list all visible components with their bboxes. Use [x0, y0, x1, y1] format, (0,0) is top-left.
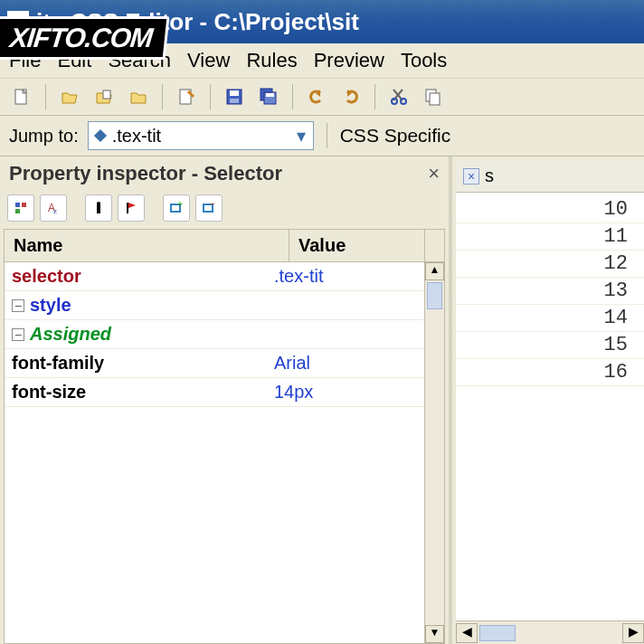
panel-header: Property inspector - Selector × — [0, 156, 449, 191]
open-file-button[interactable] — [55, 82, 84, 111]
menu-preview[interactable]: Preview — [314, 49, 384, 72]
col-scroll-header — [424, 230, 444, 261]
menu-view[interactable]: View — [187, 49, 230, 72]
scroll-down-button[interactable]: ▼ — [425, 625, 444, 643]
insp-tool-3[interactable] — [85, 194, 112, 222]
new-file-button[interactable] — [7, 82, 36, 111]
vscrollbar[interactable]: ▲ ▼ — [424, 262, 444, 643]
alphabetic-icon: Az — [46, 201, 61, 215]
collapse-icon[interactable]: − — [12, 328, 24, 341]
cut-button[interactable] — [384, 82, 413, 111]
prop-font-family-value[interactable]: Arial — [270, 353, 424, 374]
undo-icon — [308, 88, 326, 106]
copy-button[interactable] — [419, 82, 448, 111]
table-row[interactable]: font-size 14px — [5, 378, 424, 407]
menu-tools[interactable]: Tools — [401, 49, 447, 72]
open-folder-button[interactable] — [124, 82, 153, 111]
watermark: XIFTO.COM — [0, 16, 170, 60]
svg-text:+: + — [177, 201, 183, 209]
new-file-icon — [13, 88, 31, 106]
code-tab[interactable]: × s — [456, 160, 644, 193]
svg-point-19 — [401, 99, 406, 104]
save-button[interactable] — [220, 82, 249, 111]
menu-rules[interactable]: Rules — [246, 49, 297, 72]
remove-rule-icon: − — [202, 201, 216, 215]
toolbar-separator — [374, 84, 375, 109]
svg-point-28 — [97, 202, 100, 205]
open-project-button[interactable] — [90, 82, 118, 111]
edit-doc-button[interactable] — [172, 82, 201, 111]
main-area: Property inspector - Selector × Az + − N… — [0, 156, 644, 644]
main-toolbar — [0, 79, 644, 116]
scroll-up-button[interactable]: ▲ — [425, 262, 444, 280]
property-table: Name Value selector .tex-tit −style — [4, 229, 445, 644]
col-name[interactable]: Name — [5, 230, 289, 261]
scroll-left-button[interactable]: ◀ — [456, 623, 478, 643]
tab-close-icon[interactable]: × — [463, 168, 479, 185]
folder-doc-icon — [95, 88, 113, 106]
insp-tool-5[interactable]: + — [163, 194, 190, 222]
add-rule-icon: + — [169, 201, 184, 215]
prop-selector-value[interactable]: .tex-tit — [270, 266, 424, 287]
toolbar-separator — [162, 84, 163, 109]
svg-marker-5 — [131, 93, 146, 103]
toolbar-separator — [45, 84, 46, 109]
jump-selector-dropdown[interactable]: .tex-tit ▾ — [88, 121, 314, 150]
insp-tool-2[interactable]: Az — [40, 194, 67, 222]
svg-rect-22 — [15, 203, 20, 207]
svg-rect-9 — [230, 90, 239, 96]
line-gutter: 10 11 12 13 14 15 16 — [456, 193, 644, 620]
hscrollbar[interactable]: ◀ ▶ — [456, 620, 644, 644]
categorize-icon — [14, 201, 28, 215]
svg-point-18 — [392, 99, 397, 104]
line-number: 11 — [456, 223, 644, 251]
table-header: Name Value — [5, 230, 444, 262]
svg-text:−: − — [210, 201, 215, 209]
app-window: XIFTO.COM ite CSS Editor - C:\Project\si… — [0, 0, 644, 644]
svg-rect-29 — [127, 203, 128, 213]
prop-selector-label: selector — [12, 266, 81, 287]
chevron-down-icon: ▾ — [297, 125, 306, 147]
insp-tool-6[interactable]: − — [195, 194, 223, 222]
redo-button[interactable] — [336, 82, 365, 111]
prop-assigned-label: Assigned — [30, 324, 111, 345]
collapse-icon[interactable]: − — [12, 299, 24, 312]
svg-rect-21 — [430, 93, 440, 105]
save-all-button[interactable] — [254, 82, 283, 111]
scroll-right-button[interactable]: ▶ — [622, 623, 644, 643]
line-number: 14 — [456, 305, 644, 332]
svg-marker-30 — [128, 203, 136, 208]
svg-rect-10 — [230, 99, 239, 103]
css-spec-label[interactable]: CSS Specific — [340, 125, 451, 147]
panel-title: Property inspector - Selector — [9, 162, 282, 185]
selector-icon — [94, 129, 107, 142]
jump-value: .tex-tit — [112, 126, 161, 147]
insp-tool-4[interactable] — [118, 194, 145, 222]
panel-close-button[interactable]: × — [428, 162, 440, 185]
info-icon — [91, 201, 106, 215]
undo-button[interactable] — [302, 82, 331, 111]
insp-tool-1[interactable] — [7, 194, 34, 222]
table-row[interactable]: −Assigned — [5, 320, 424, 349]
toolbar-separator — [327, 123, 327, 148]
copy-icon — [424, 88, 442, 106]
prop-style-label: style — [30, 295, 71, 316]
inspector-toolbar: Az + − — [0, 191, 449, 229]
table-row[interactable]: −style — [5, 291, 424, 320]
line-number: 15 — [456, 332, 644, 359]
edit-doc-icon — [177, 88, 195, 106]
col-value[interactable]: Value — [289, 230, 424, 261]
prop-font-size-value[interactable]: 14px — [270, 382, 424, 402]
redo-icon — [342, 88, 360, 106]
svg-rect-23 — [22, 203, 26, 207]
save-all-icon — [260, 88, 278, 106]
tab-label: s — [485, 166, 494, 186]
scroll-thumb[interactable] — [427, 282, 442, 309]
toolbar-separator — [292, 84, 293, 109]
hscroll-thumb[interactable] — [479, 625, 516, 641]
line-number: 10 — [456, 196, 644, 223]
table-row[interactable]: selector .tex-tit — [5, 262, 424, 291]
cut-icon — [390, 88, 408, 106]
line-number: 12 — [456, 251, 644, 278]
table-row[interactable]: font-family Arial — [5, 349, 424, 378]
